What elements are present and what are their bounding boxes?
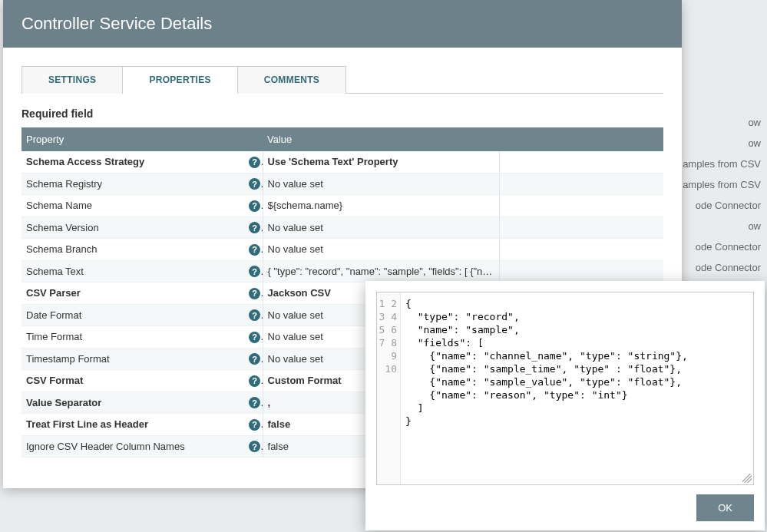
property-name: Schema Text [21, 260, 244, 283]
background-row: ode Connector [696, 195, 761, 216]
required-field-heading: Required field [21, 107, 663, 120]
property-row[interactable]: Schema Name?${schema.name} [21, 195, 663, 217]
background-row: amples from CSV [683, 154, 761, 174]
property-extra-cell [499, 151, 663, 173]
property-value[interactable]: No value set [263, 239, 499, 261]
schema-text-textarea[interactable] [401, 292, 753, 484]
property-row[interactable]: Schema Text?{ "type": "record", "name": … [21, 260, 663, 283]
code-editor[interactable]: 1 2 3 4 5 6 7 8 9 10 [376, 292, 754, 485]
property-name: Schema Name [21, 195, 244, 217]
property-extra-cell [499, 195, 663, 217]
help-icon[interactable]: ? [249, 288, 260, 299]
tab-bar: SETTINGSPROPERTIESCOMMENTS [21, 66, 663, 94]
property-name: Schema Branch [21, 239, 244, 261]
property-value[interactable]: No value set [263, 173, 499, 195]
property-name: Timestamp Format [21, 348, 244, 370]
column-header-property[interactable]: Property [21, 127, 263, 151]
help-icon[interactable]: ? [249, 397, 260, 408]
property-name: Schema Version [21, 216, 244, 239]
property-name: Schema Access Strategy [21, 151, 244, 173]
property-value[interactable]: { "type": "record", "name": "sample", "f… [263, 260, 499, 283]
ok-button[interactable]: OK [696, 494, 754, 521]
help-icon[interactable]: ? [249, 178, 260, 190]
background-row: ow [748, 133, 761, 154]
property-name: Treat First Line as Header [21, 414, 244, 436]
help-icon[interactable]: ? [249, 244, 260, 256]
tab-properties[interactable]: PROPERTIES [123, 66, 237, 94]
help-icon[interactable]: ? [249, 266, 260, 277]
column-header-extra [499, 127, 663, 151]
background-row: ode Connector [696, 236, 761, 257]
property-extra-cell [499, 260, 663, 283]
property-name: Date Format [21, 304, 244, 326]
property-value[interactable]: No value set [263, 216, 499, 239]
help-icon[interactable]: ? [249, 157, 260, 168]
background-row: amples from CSV [683, 174, 761, 195]
help-icon[interactable]: ? [249, 222, 260, 233]
property-name: CSV Parser [21, 283, 244, 305]
help-icon[interactable]: ? [249, 441, 260, 452]
property-row[interactable]: Schema Access Strategy?Use 'Schema Text'… [21, 151, 663, 173]
help-icon[interactable]: ? [249, 353, 260, 365]
property-name: Ignore CSV Header Column Names [21, 435, 244, 458]
help-icon[interactable]: ? [249, 309, 260, 321]
property-row[interactable]: Schema Version?No value set [21, 216, 663, 239]
background-row: ode Connector [696, 257, 761, 278]
tab-settings[interactable]: SETTINGS [21, 66, 123, 94]
property-name: Schema Registry [21, 173, 244, 195]
property-value[interactable]: Use 'Schema Text' Property [263, 151, 499, 173]
property-name: CSV Format [21, 370, 244, 392]
help-icon[interactable]: ? [249, 200, 260, 212]
property-row[interactable]: Schema Branch?No value set [21, 239, 663, 261]
property-extra-cell [499, 239, 663, 261]
help-icon[interactable]: ? [249, 375, 260, 387]
help-icon[interactable]: ? [249, 332, 260, 343]
background-row: ow [748, 216, 761, 236]
resize-handle-icon[interactable] [742, 474, 752, 483]
schema-text-editor-popup: 1 2 3 4 5 6 7 8 9 10 OK [365, 281, 765, 530]
help-icon[interactable]: ? [249, 419, 260, 431]
dialog-title: Controller Service Details [3, 0, 682, 48]
property-extra-cell [499, 173, 663, 195]
property-name: Value Separator [21, 392, 244, 414]
property-extra-cell [499, 216, 663, 239]
background-row: ow [748, 112, 761, 133]
property-row[interactable]: Schema Registry?No value set [21, 173, 663, 195]
tab-comments[interactable]: COMMENTS [238, 66, 346, 94]
line-number-gutter: 1 2 3 4 5 6 7 8 9 10 [377, 292, 401, 484]
property-name: Time Format [21, 326, 244, 349]
property-value[interactable]: ${schema.name} [263, 195, 499, 217]
column-header-value[interactable]: Value [263, 127, 499, 151]
